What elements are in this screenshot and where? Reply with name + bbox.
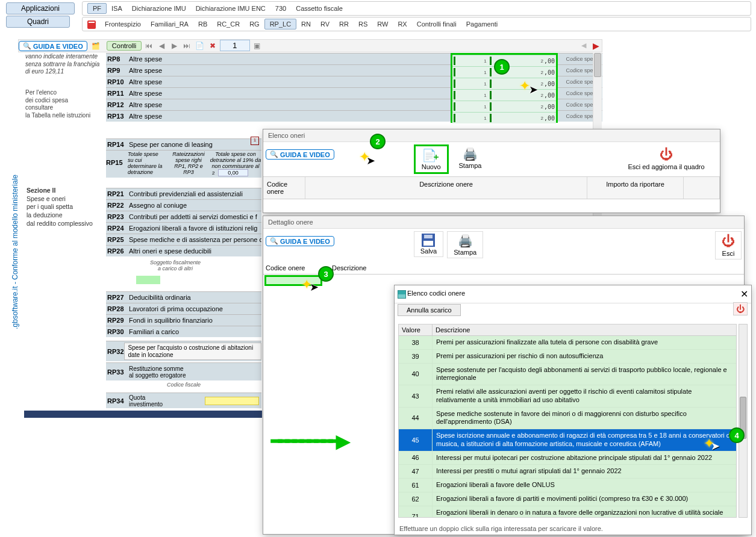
tab1-dichiarazione-imu-enc[interactable]: Dichiarazione IMU ENC	[191, 4, 270, 13]
controlli-button[interactable]: Controlli	[107, 41, 142, 51]
codice-onere-label: Codice onere	[263, 262, 330, 275]
codice-row-43[interactable]: 43Premi relativi alle assicurazioni aven…	[399, 385, 736, 408]
rp-code: RP9	[106, 67, 129, 74]
salva-button[interactable]: Salva	[414, 231, 444, 257]
printer-icon-2: 🖨️	[458, 234, 473, 248]
tab2-frontespizio[interactable]: Frontespizio	[100, 19, 146, 29]
codice-row-61[interactable]: 61Erogazioni liberali a favore delle ONL…	[399, 479, 736, 492]
guida-video-button-3[interactable]: 🔍GUIDA E VIDEO	[266, 236, 334, 246]
amount-field[interactable]: 2,00	[490, 102, 556, 111]
code-field[interactable]: 1	[454, 102, 489, 111]
go-icon[interactable]: ▣	[252, 42, 263, 50]
tab1-730[interactable]: 730	[270, 4, 291, 13]
nav-first[interactable]: ⏮	[143, 42, 154, 50]
tab2-rb[interactable]: RB	[193, 19, 212, 29]
guida-video-button-2[interactable]: 🔍GUIDA E VIDEO	[266, 149, 334, 160]
tab2-controlli-finali[interactable]: Controlli finali	[412, 19, 461, 29]
pdf-icon	[87, 20, 96, 29]
codici-scrollbar[interactable]	[739, 324, 748, 518]
amount-field[interactable]: 2,00	[490, 68, 556, 76]
tab1-isa[interactable]: ISA	[107, 4, 127, 13]
esci-button[interactable]: ⏻ Esci	[715, 231, 742, 259]
amount-field[interactable]: 2,00	[490, 91, 556, 99]
rp-code: RP23	[106, 213, 129, 220]
rp-code: RP29	[106, 317, 129, 324]
th-descrizione[interactable]: Descrizione	[433, 324, 736, 335]
codice-row-38[interactable]: 38Premi per assicurazioni finalizzate al…	[399, 336, 736, 350]
rp-code: RP28	[106, 305, 129, 312]
vertical-caption: .gbsoftware.it - Conforme al modello min…	[11, 175, 19, 329]
amount-field[interactable]: 2,00	[490, 57, 556, 65]
rp32-button[interactable]: Spese per l'acquisto o costruzione di ab…	[124, 343, 261, 360]
tab1-dichiarazione-imu[interactable]: Dichiarazione IMU	[127, 4, 191, 13]
page-number-input[interactable]	[220, 40, 250, 51]
code-field[interactable]: 1	[454, 79, 489, 88]
close-icon[interactable]: ✕	[740, 288, 748, 300]
codici-table: Valore Descrizione 38Premi per assicuraz…	[398, 324, 737, 518]
power-icon-2: ⏻	[722, 234, 735, 249]
annulla-scarico-button[interactable]: Annulla scarico	[398, 304, 461, 316]
tab2-rn[interactable]: RN	[296, 19, 316, 29]
tab2-familiari_ra[interactable]: Familiari_RA	[146, 19, 193, 29]
code-field[interactable]: 1	[454, 57, 489, 65]
code-field[interactable]: 1	[454, 68, 489, 76]
code-field[interactable]: 1	[454, 91, 489, 99]
rp-rows-lower: RP21Contributi previdenziali ed assisten…	[106, 188, 261, 256]
quadri-button[interactable]: Quadri	[6, 16, 70, 28]
rp-code: RP21	[106, 190, 129, 197]
th-codice-onere: Codice onere	[263, 177, 305, 199]
tab2-rg[interactable]: RG	[245, 19, 264, 29]
codice-row-71[interactable]: 71Erogazioni liberali in denaro o in nat…	[399, 506, 736, 518]
stampa-button[interactable]: 🖨️ Stampa	[452, 144, 489, 172]
codice-row-47[interactable]: 47Interessi per prestiti o mutui agrari …	[399, 465, 736, 479]
codice-row-46[interactable]: 46Interessi per mutui ipotecari per cost…	[399, 452, 736, 465]
nuovo-button[interactable]: 📄＋ Nuovo	[414, 144, 449, 174]
footer-hint: Effettuare un doppio click sulla riga in…	[399, 525, 603, 532]
rp15-value[interactable]	[218, 169, 248, 176]
flag-icon[interactable]: 1	[251, 137, 259, 145]
power-small-button[interactable]: ⏻	[733, 302, 748, 315]
codice-row-45[interactable]: 45Spese iscrizione annuale e abbonamento…	[399, 429, 736, 452]
delete-page-icon[interactable]: ✖	[207, 42, 218, 50]
tab1-cassetto-fiscale[interactable]: Cassetto fiscale	[291, 4, 348, 13]
esci-aggiorna-button[interactable]: ⏻ Esci ed aggiorna il quadro	[615, 144, 717, 173]
scroll-left-icon[interactable]: ◀	[581, 42, 586, 49]
rp26-green-cell[interactable]	[136, 276, 160, 284]
rp-code: RP24	[106, 225, 129, 232]
tab2-rx[interactable]: RX	[393, 19, 411, 29]
codice-onere-input[interactable]	[264, 275, 322, 286]
nav-next[interactable]: ▶	[169, 42, 180, 50]
tab2-rp_lc[interactable]: RP_LC	[264, 19, 296, 29]
tab2-rw[interactable]: RW	[372, 19, 393, 29]
rp33-code: RP33	[106, 368, 129, 376]
rp34-input[interactable]	[205, 397, 259, 405]
guida-video-button[interactable]: 🔍GUIDA E VIDEO	[19, 41, 87, 51]
stampa-button-2[interactable]: 🖨️ Stampa	[447, 231, 483, 258]
tab1-pf[interactable]: PF	[87, 3, 107, 14]
scroll-right-icon[interactable]: ▶	[593, 41, 599, 51]
nav-prev[interactable]: ◀	[156, 42, 167, 50]
search-icon: 🔍	[23, 42, 31, 50]
codice-row-62[interactable]: 62Erogazioni liberali a favore di partit…	[399, 492, 736, 506]
rp-label: Spese mediche e di assistenza per person…	[129, 236, 261, 243]
rp32-row: RP32 Spese per l'acquisto o costruzione …	[106, 341, 261, 361]
nav-last[interactable]: ⏭	[181, 42, 192, 50]
rp-code: RP25	[106, 236, 129, 243]
tab2-rv[interactable]: RV	[316, 19, 334, 29]
tab2-rr[interactable]: RR	[334, 19, 354, 29]
tab2-rs[interactable]: RS	[354, 19, 372, 29]
rp-rows-lower2: RP27Deducibilità ordinariaRP28Lavoratori…	[106, 291, 261, 337]
codice-row-39[interactable]: 39Premi per assicurazioni per rischio di…	[399, 350, 736, 364]
layers-icon[interactable]: 🗂️	[92, 42, 100, 49]
tab2-pagamenti[interactable]: Pagamenti	[461, 19, 503, 29]
applicazioni-button[interactable]: Applicazioni	[6, 2, 75, 14]
save-icon	[422, 234, 435, 247]
doc-icon[interactable]: 📄	[195, 42, 205, 50]
codice-row-40[interactable]: 40Spese sostenute per l'acquisto degli a…	[399, 364, 736, 386]
amount-field[interactable]: 2,00	[490, 114, 556, 122]
amount-field[interactable]: 2,00	[490, 79, 556, 88]
tab2-rc_cr[interactable]: RC_CR	[212, 19, 245, 29]
codice-row-44[interactable]: 44Spese mediche sostenute in favore dei …	[399, 408, 736, 430]
th-valore[interactable]: Valore	[399, 324, 433, 335]
code-field[interactable]: 1	[454, 114, 489, 122]
